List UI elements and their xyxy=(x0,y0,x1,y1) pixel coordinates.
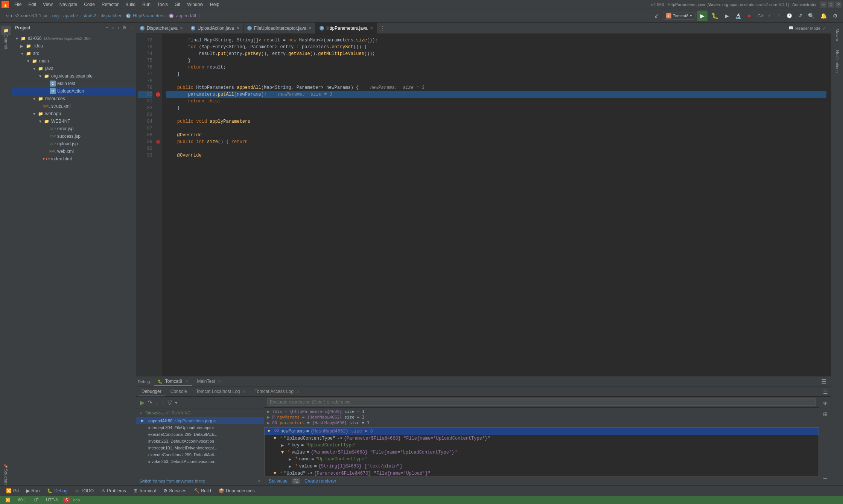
panel-list-button[interactable]: ≡ xyxy=(111,24,115,31)
git-commit-button[interactable]: ✓ xyxy=(775,12,783,19)
menu-build[interactable]: Build xyxy=(122,1,138,8)
tab-fileupload[interactable]: C FileUploadInterceptor.java ✕ xyxy=(243,23,316,34)
breadcrumb-dispatcher[interactable]: dispatcher xyxy=(100,13,121,18)
search-button[interactable]: 🔍 xyxy=(806,12,817,20)
stop-button[interactable]: ■ xyxy=(745,12,753,20)
minimize-button[interactable]: ─ xyxy=(820,2,826,8)
tab-uploadaction[interactable]: C UploadAction.java ✕ xyxy=(187,23,243,34)
notifications-button[interactable]: 🔔 xyxy=(818,12,829,20)
dependencies-button[interactable]: 📦 Dependencies xyxy=(216,487,258,495)
stack-frame[interactable]: intercept:101, ModelDrivenIntercept... xyxy=(136,445,264,451)
list-item[interactable]: ▼ 📁 java xyxy=(12,65,136,72)
breadcrumb-apache[interactable]: apache xyxy=(63,13,78,18)
structure-icon[interactable]: Structure xyxy=(1,472,11,482)
panel-add-button[interactable]: + xyxy=(105,24,109,31)
tab-httpparameters[interactable]: C HttpParameters.java ✕ xyxy=(316,23,377,34)
git-rollback-button[interactable]: ↺ xyxy=(796,12,804,20)
close-debug-button[interactable]: ─ xyxy=(823,475,828,482)
run-config-dropdown[interactable]: T Tomcat8 ▾ xyxy=(663,12,696,20)
menu-edit[interactable]: Edit xyxy=(25,1,39,8)
evaluate-input[interactable] xyxy=(267,398,816,406)
stack-frame[interactable]: invoke:253, DefaultActionInvocation... xyxy=(136,458,264,465)
tabs-more[interactable]: ⋮ xyxy=(377,26,388,31)
list-item[interactable]: ▶ 📁 .idea xyxy=(12,42,136,50)
breadcrumb-method[interactable]: m appendAll xyxy=(169,13,196,18)
build-button[interactable]: 🔨 Build xyxy=(191,487,214,495)
tab-close-icon[interactable]: ✕ xyxy=(236,26,239,30)
set-value-button[interactable]: Set value xyxy=(269,478,288,484)
debug-session-close-icon[interactable]: ✕ xyxy=(218,379,221,384)
debug-panel-menu-icon[interactable]: ☰ xyxy=(818,378,829,385)
tab-dispatcher[interactable]: C Dispatcher.java ✕ xyxy=(136,23,187,34)
list-item[interactable]: ▼ 📁 main xyxy=(12,57,136,65)
tab-close-icon[interactable]: ✕ xyxy=(309,26,312,30)
menu-refactor[interactable]: Refactor xyxy=(99,1,122,8)
tab-close-icon[interactable]: ✕ xyxy=(370,26,373,30)
encoding-status[interactable]: UTF-8 xyxy=(44,498,60,502)
tomcat-access-log-close-icon[interactable]: ✕ xyxy=(297,390,300,394)
stack-frame[interactable]: invoke:253, DefaultActionInvocation xyxy=(136,438,264,445)
services-button[interactable]: ⚙ Services xyxy=(160,487,189,495)
stack-frame[interactable]: intercept:304, FileUploadInterceptor xyxy=(136,424,264,431)
stack-frame[interactable]: executeConditional:299, DefaultActi... xyxy=(136,431,264,438)
step-into-button[interactable]: ↓ xyxy=(155,399,159,407)
filter-dropdown-button[interactable]: ▾ xyxy=(174,399,178,406)
filter-button[interactable]: ▽ xyxy=(167,398,173,407)
breakpoint-small-icon[interactable] xyxy=(156,140,160,144)
list-item[interactable]: JSP upload.jsp xyxy=(12,140,136,148)
terminal-button[interactable]: ⊞ Terminal xyxy=(131,487,159,495)
breadcrumb-jar[interactable]: struts2-core-6.1.1.jar xyxy=(6,13,48,18)
run-button[interactable]: ▶ xyxy=(697,11,708,21)
list-item[interactable]: ▼ 📁 WEB-INF xyxy=(12,117,136,125)
tab-tomcat-localhost-log[interactable]: Tomcat Localhost Log ✕ xyxy=(192,387,250,396)
run-coverage-button[interactable]: ▶ xyxy=(723,12,731,20)
menu-git[interactable]: Git xyxy=(172,1,183,8)
step-out-button[interactable]: ↑ xyxy=(161,399,165,407)
debug-subtab-menu-icon[interactable]: ☰ xyxy=(822,389,829,395)
debug-session-close-icon[interactable]: ✕ xyxy=(185,379,188,384)
list-item[interactable]: C UploadAction xyxy=(12,87,136,95)
menu-run[interactable]: Run xyxy=(139,1,154,8)
list-item[interactable]: JSP success.jsp xyxy=(12,132,136,140)
commit-icon[interactable]: Commit xyxy=(1,37,11,47)
run-with-profiler-button[interactable]: 🔬 xyxy=(733,12,744,20)
tree-root[interactable]: ▼ 📁 s2-066 D:\dev\workspace\s2-066 xyxy=(12,35,136,42)
var-entry-uploadcontenttype[interactable]: ▼ ≡ "UploadContentType" -> {Parameter$Fi… xyxy=(265,435,819,442)
step-over-button[interactable]: ↷ xyxy=(147,398,153,407)
tab-close-icon[interactable]: ✕ xyxy=(180,26,183,30)
var-entry-upload[interactable]: ▼ ≡ "Upload" -> {Parameter$File@4670} "F… xyxy=(265,470,819,477)
problems-button[interactable]: ⚠ Problems xyxy=(98,487,129,495)
var-key-uct[interactable]: ▶ K key = "UploadContentType" xyxy=(265,442,819,449)
tab-console[interactable]: Console xyxy=(167,387,191,396)
menu-help[interactable]: Help xyxy=(207,1,222,8)
reader-mode-btn[interactable]: 📖 Reader Mode ✓ xyxy=(784,25,831,31)
panel-sort-button[interactable]: ↕ xyxy=(116,24,120,31)
breadcrumb-org[interactable]: org xyxy=(52,13,59,18)
list-item[interactable]: ▼ 📁 webapp xyxy=(12,110,136,117)
lf-status[interactable]: LF xyxy=(31,498,41,502)
menu-window[interactable]: Window xyxy=(184,1,206,8)
resume-button[interactable]: ▶ xyxy=(139,398,145,407)
list-item[interactable]: ▼ 📁 src xyxy=(12,50,136,57)
panel-close-button[interactable]: − xyxy=(129,24,133,31)
restore-layout-button[interactable]: ⊞ xyxy=(822,410,828,418)
run-bottom-button[interactable]: ▶ Run xyxy=(23,487,43,495)
maven-icon[interactable]: Maven xyxy=(834,26,841,44)
switch-frames-link[interactable]: Switch frames from anywhere in the ... ✕ xyxy=(136,477,264,485)
settings-button[interactable]: ⚙ xyxy=(831,12,840,20)
create-renderer-button[interactable]: Create renderer xyxy=(304,478,336,484)
switch-frames-close-icon[interactable]: ✕ xyxy=(257,479,261,484)
close-button[interactable]: ✕ xyxy=(835,2,841,8)
git-update-button[interactable]: ✓ xyxy=(765,12,773,19)
git-branch-icon[interactable]: 🔀 xyxy=(3,498,13,502)
list-item[interactable]: XML web.xml xyxy=(12,148,136,155)
list-item[interactable]: ▼ 📁 resources xyxy=(12,95,136,102)
stack-frame-active[interactable]: ▶ appendAll:80, HttpParameters (org.a xyxy=(136,417,264,424)
menu-tools[interactable]: Tools xyxy=(154,1,171,8)
git-bottom-button[interactable]: 🔀 Git xyxy=(3,487,22,495)
debug-button[interactable]: 🐛 xyxy=(709,11,721,20)
var-value-uct[interactable]: ▼ f value = {Parameter$File@4668} "File{… xyxy=(265,449,819,456)
line-col-status[interactable]: 80:1 xyxy=(16,498,28,502)
list-item[interactable]: XML struts.xml xyxy=(12,102,136,110)
project-icon[interactable]: 📁 xyxy=(1,26,11,35)
